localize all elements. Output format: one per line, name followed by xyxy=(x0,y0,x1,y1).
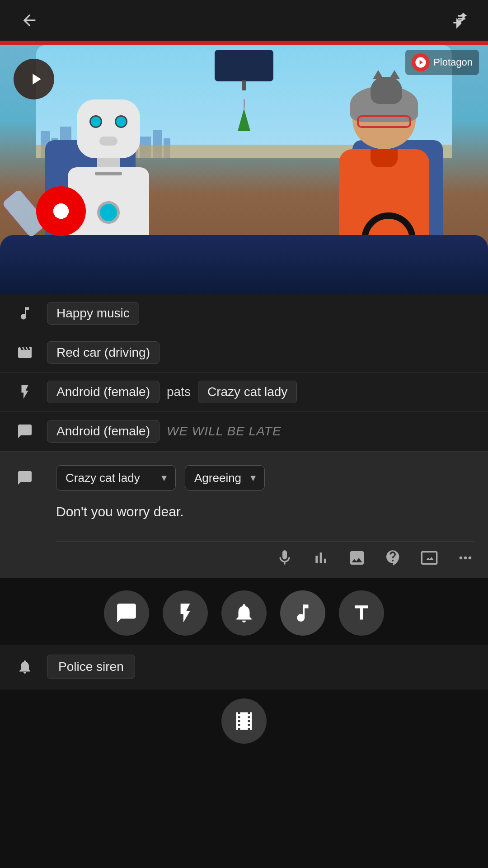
action-char1-chip: Android (female) xyxy=(47,381,160,403)
mood-select-wrapper: Agreeing Happy Sad Angry Neutral ▼ xyxy=(185,465,265,491)
dashboard xyxy=(0,235,488,294)
video-preview: Plotagon xyxy=(0,41,488,294)
action-verb-chip: pats xyxy=(167,383,191,401)
dialogue1-char-chip: Android (female) xyxy=(47,420,160,443)
dialogue-editor-icon xyxy=(14,470,36,486)
top-navigation xyxy=(0,0,488,41)
music-note-icon xyxy=(14,305,36,321)
tab-action[interactable] xyxy=(163,590,208,636)
air-freshener xyxy=(238,99,250,122)
sound-chip: Police siren xyxy=(47,655,135,679)
sparkle-button[interactable] xyxy=(384,549,402,569)
scene-item-location[interactable]: Red car (driving) xyxy=(0,333,488,373)
tab-music[interactable] xyxy=(280,590,325,636)
scene-item-action-content: Android (female) pats Crazy cat lady xyxy=(47,381,297,403)
scene-item-dialogue1-content: Android (female) WE WILL BE LATE xyxy=(47,420,282,443)
tab-sound-effect[interactable] xyxy=(221,590,267,636)
scene-button[interactable] xyxy=(221,698,267,744)
scene-item-music-content: Happy music xyxy=(47,302,139,325)
scene-item-location-content: Red car (driving) xyxy=(47,341,160,364)
scene-item-music[interactable]: Happy music xyxy=(0,294,488,333)
mood-select[interactable]: Agreeing Happy Sad Angry Neutral xyxy=(185,465,265,491)
dialogue-editor: Crazy cat lady Android (female) ▼ Agreei… xyxy=(0,451,488,578)
back-button[interactable] xyxy=(18,9,41,32)
dialogue-toolbar xyxy=(56,541,474,569)
music-chip: Happy music xyxy=(47,302,139,325)
plotagon-label: Plotagon xyxy=(433,57,473,68)
dialogue-text: Don't you worry dear. xyxy=(56,501,474,528)
dialogue1-text: WE WILL BE LATE xyxy=(167,424,282,439)
location-chip: Red car (driving) xyxy=(47,341,160,364)
plotagon-logo xyxy=(412,53,430,71)
plotagon-watermark: Plotagon xyxy=(405,50,479,75)
play-button[interactable] xyxy=(14,59,54,99)
microphone-button[interactable] xyxy=(276,549,294,569)
scene-item-action[interactable]: Android (female) pats Crazy cat lady xyxy=(0,373,488,412)
image-button[interactable] xyxy=(348,549,366,569)
bottom-tab-bar xyxy=(0,578,488,645)
video-top-bar xyxy=(0,41,488,45)
photo-button[interactable] xyxy=(420,549,438,569)
lightning-bolt-icon xyxy=(14,384,36,400)
tab-dialogue[interactable] xyxy=(104,590,149,636)
action-char2-chip: Crazy cat lady xyxy=(198,381,297,403)
character-select[interactable]: Crazy cat lady Android (female) xyxy=(56,465,176,491)
film-strip-icon xyxy=(14,344,36,361)
chat-icon xyxy=(14,423,36,439)
tab-text[interactable] xyxy=(339,590,384,636)
bottom-scene-bar xyxy=(0,689,488,757)
chart-button[interactable] xyxy=(312,549,330,569)
scene-list: Happy music Red car (driving) Android (f… xyxy=(0,294,488,451)
rearview-mirror xyxy=(215,50,273,81)
more-button[interactable] xyxy=(456,549,474,569)
dialogue-selects: Crazy cat lady Android (female) ▼ Agreei… xyxy=(56,465,474,491)
character-select-wrapper: Crazy cat lady Android (female) ▼ xyxy=(56,465,176,491)
scene-item-dialogue1[interactable]: Android (female) WE WILL BE LATE xyxy=(0,412,488,451)
bell-icon xyxy=(14,659,36,675)
floor-items xyxy=(14,182,86,236)
sound-item-police-siren[interactable]: Police siren xyxy=(0,645,488,689)
share-button[interactable] xyxy=(447,9,470,32)
